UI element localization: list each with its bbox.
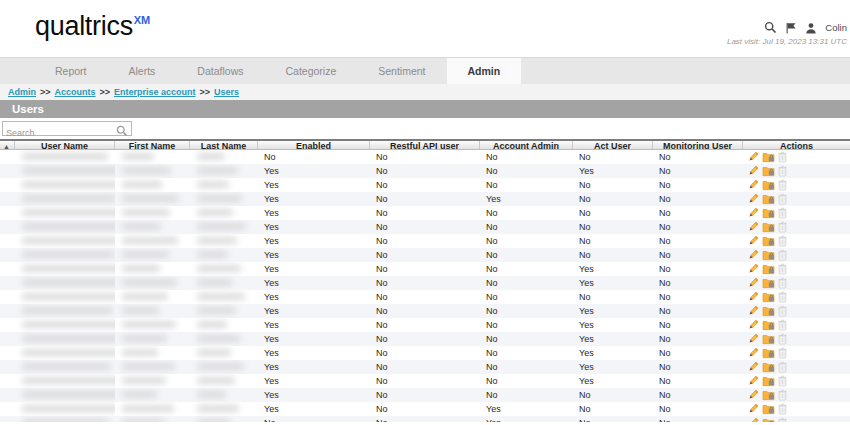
tab-categorize[interactable]: Categorize: [264, 58, 357, 84]
folder-lock-icon[interactable]: [762, 333, 775, 345]
table-row: No No No No No: [0, 150, 850, 164]
column-header-restful-api-user[interactable]: Restful API user: [370, 141, 480, 149]
edit-icon[interactable]: [747, 319, 760, 331]
folder-lock-icon[interactable]: [762, 277, 775, 289]
delete-icon[interactable]: [777, 151, 790, 163]
edit-icon[interactable]: [747, 375, 760, 387]
delete-icon[interactable]: [777, 165, 790, 177]
cell-restful-api-user: No: [370, 388, 480, 402]
folder-lock-icon[interactable]: [762, 207, 775, 219]
delete-icon[interactable]: [777, 319, 790, 331]
folder-lock-icon[interactable]: [762, 361, 775, 373]
edit-icon[interactable]: [747, 179, 760, 191]
edit-icon[interactable]: [747, 249, 760, 261]
cell-user-name-redacted: [15, 206, 115, 220]
delete-icon[interactable]: [777, 417, 790, 422]
folder-lock-icon[interactable]: [762, 305, 775, 317]
table-row: Yes No No No No: [0, 178, 850, 192]
edit-icon[interactable]: [747, 403, 760, 415]
folder-lock-icon[interactable]: [762, 263, 775, 275]
edit-icon[interactable]: [747, 277, 760, 289]
edit-icon[interactable]: [747, 151, 760, 163]
delete-icon[interactable]: [777, 375, 790, 387]
delete-icon[interactable]: [777, 221, 790, 233]
tab-dataflows[interactable]: Dataflows: [176, 58, 264, 84]
folder-lock-icon[interactable]: [762, 221, 775, 233]
cell-enabled: Yes: [258, 178, 370, 192]
cell-enabled: Yes: [258, 374, 370, 388]
column-header-last-name[interactable]: Last Name: [190, 141, 258, 149]
breadcrumb-link-admin[interactable]: Admin: [8, 87, 36, 97]
users-table: ▲ User NameFirst NameLast NameEnabledRes…: [0, 139, 850, 422]
delete-icon[interactable]: [777, 347, 790, 359]
column-header-act-user[interactable]: Act User: [573, 141, 653, 149]
folder-lock-icon[interactable]: [762, 165, 775, 177]
tab-admin[interactable]: Admin: [447, 58, 522, 84]
folder-lock-icon[interactable]: [762, 319, 775, 331]
edit-icon[interactable]: [747, 291, 760, 303]
delete-icon[interactable]: [777, 389, 790, 401]
edit-icon[interactable]: [747, 361, 760, 373]
edit-icon[interactable]: [747, 333, 760, 345]
delete-icon[interactable]: [777, 361, 790, 373]
search-input[interactable]: [3, 127, 115, 139]
edit-icon[interactable]: [747, 305, 760, 317]
edit-icon[interactable]: [747, 347, 760, 359]
cell-enabled: No: [258, 416, 370, 422]
flag-icon[interactable]: [785, 22, 797, 34]
folder-lock-icon[interactable]: [762, 347, 775, 359]
folder-lock-icon[interactable]: [762, 151, 775, 163]
tab-sentiment[interactable]: Sentiment: [357, 58, 446, 84]
folder-lock-icon[interactable]: [762, 249, 775, 261]
column-header-account-admin[interactable]: Account Admin: [480, 141, 573, 149]
edit-icon[interactable]: [747, 221, 760, 233]
delete-icon[interactable]: [777, 403, 790, 415]
edit-icon[interactable]: [747, 235, 760, 247]
tab-alerts[interactable]: Alerts: [108, 58, 177, 84]
sort-arrow-icon[interactable]: ▲: [0, 141, 15, 149]
cell-actions: [743, 333, 850, 345]
column-header-enabled[interactable]: Enabled: [258, 141, 370, 149]
breadcrumb-link-users[interactable]: Users: [214, 87, 239, 97]
folder-lock-icon[interactable]: [762, 403, 775, 415]
delete-icon[interactable]: [777, 277, 790, 289]
folder-lock-icon[interactable]: [762, 193, 775, 205]
delete-icon[interactable]: [777, 263, 790, 275]
cell-enabled: Yes: [258, 388, 370, 402]
edit-icon[interactable]: [747, 389, 760, 401]
folder-lock-icon[interactable]: [762, 375, 775, 387]
delete-icon[interactable]: [777, 249, 790, 261]
folder-lock-icon[interactable]: [762, 235, 775, 247]
folder-lock-icon[interactable]: [762, 389, 775, 401]
column-header-first-name[interactable]: First Name: [115, 141, 190, 149]
delete-icon[interactable]: [777, 235, 790, 247]
search-box: [2, 121, 132, 136]
edit-icon[interactable]: [747, 263, 760, 275]
column-header-monitoring-user[interactable]: Monitoring User: [653, 141, 743, 149]
delete-icon[interactable]: [777, 179, 790, 191]
delete-icon[interactable]: [777, 291, 790, 303]
delete-icon[interactable]: [777, 207, 790, 219]
edit-icon[interactable]: [747, 417, 760, 422]
search-icon[interactable]: [764, 21, 777, 34]
edit-icon[interactable]: [747, 165, 760, 177]
edit-icon[interactable]: [747, 207, 760, 219]
column-header-user-name[interactable]: User Name: [15, 141, 115, 149]
folder-lock-icon[interactable]: [762, 179, 775, 191]
edit-icon[interactable]: [747, 193, 760, 205]
username[interactable]: Colin: [825, 22, 847, 33]
tab-report[interactable]: Report: [34, 58, 108, 84]
folder-lock-icon[interactable]: [762, 417, 775, 422]
cell-act-user: Yes: [573, 332, 653, 346]
folder-lock-icon[interactable]: [762, 291, 775, 303]
cell-enabled: Yes: [258, 318, 370, 332]
breadcrumb-link-accounts[interactable]: Accounts: [55, 87, 96, 97]
user-icon[interactable]: [805, 22, 817, 34]
delete-icon[interactable]: [777, 333, 790, 345]
magnifier-icon[interactable]: [116, 123, 128, 141]
column-header-actions[interactable]: Actions: [743, 141, 850, 149]
delete-icon[interactable]: [777, 305, 790, 317]
breadcrumb-link-enterprise-account[interactable]: Enterprise account: [114, 87, 196, 97]
cell-act-user: Yes: [573, 346, 653, 360]
delete-icon[interactable]: [777, 193, 790, 205]
